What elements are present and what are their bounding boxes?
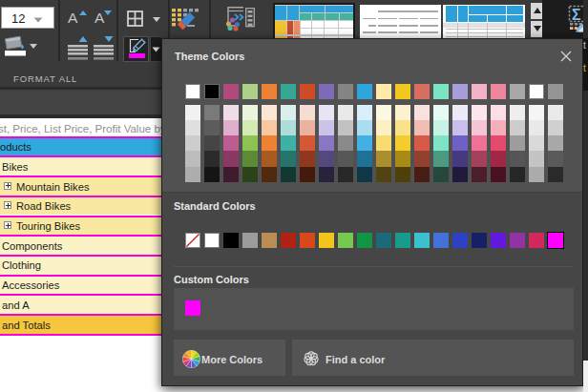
svg-text:Σ: Σ (572, 7, 581, 23)
